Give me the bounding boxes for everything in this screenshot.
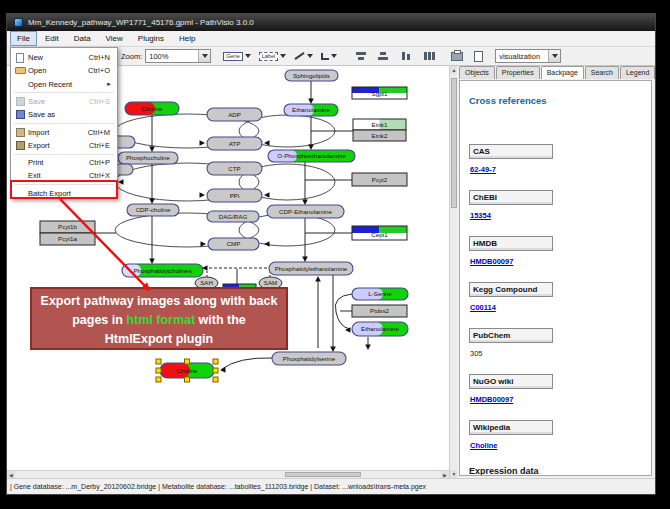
backpage-content: Cross references CAS62-49-7ChEBI15354HMD… (459, 80, 652, 476)
file-menu-item-import[interactable]: ImportCtrl+M (12, 126, 116, 139)
menu-separator (14, 154, 114, 155)
menu-item-label: Export (28, 141, 89, 150)
titlebar[interactable]: Mm_Kennedy_pathway_WP1771_45176.gpml - P… (7, 14, 655, 31)
open-icon (15, 67, 26, 74)
screen: Mm_Kennedy_pathway_WP1771_45176.gpml - P… (0, 0, 670, 509)
tab-legend[interactable]: Legend (620, 66, 655, 79)
status-text: | Gene database: ...m_Derby_20120602.bri… (10, 483, 426, 490)
tab-objects[interactable]: Objects (459, 66, 495, 79)
menu-shortcut: Ctrl+E (89, 141, 110, 150)
label-tool-button[interactable]: Label (257, 48, 288, 64)
annotation-line3: HtmlExport plugin (32, 330, 286, 349)
save-icon (16, 97, 25, 106)
line-tool-button[interactable] (292, 48, 315, 64)
gene-tool-button[interactable]: Gene (221, 48, 252, 64)
menu-item-label: Print (28, 158, 89, 167)
chevron-down-icon (280, 54, 286, 58)
annotation-callout: Export pathway images along with back pa… (30, 287, 288, 350)
gene-node-icon: Gene (223, 52, 242, 61)
file-menu-item-export[interactable]: ExportCtrl+E (12, 139, 116, 152)
tab-search[interactable]: Search (585, 66, 619, 79)
submenu-arrow-icon: ► (106, 81, 112, 87)
menu-item-label: Exit (28, 171, 89, 180)
menubar: FileEditDataViewPluginsHelp (7, 31, 655, 47)
xref-value-hmdb[interactable]: HMDB00097 (470, 257, 643, 266)
menu-shortcut: Ctrl+M (88, 128, 110, 137)
align-center-y-icon (377, 51, 389, 61)
menu-view[interactable]: View (99, 31, 130, 46)
xref-header-wikipedia: Wikipedia (469, 420, 553, 435)
xref-value-kegg-compound[interactable]: C00114 (470, 303, 643, 312)
saveas-icon (16, 110, 25, 119)
export-icon (16, 141, 25, 150)
menu-file[interactable]: File (10, 31, 37, 46)
page-setup-button[interactable] (471, 48, 485, 64)
menu-item-label: Open (28, 66, 88, 75)
xref-value-chebi[interactable]: 15354 (470, 211, 643, 220)
tab-backpage[interactable]: Backpage (541, 66, 584, 79)
menu-shortcut: Ctrl+X (89, 171, 110, 180)
xref-header-pubchem: PubChem (469, 328, 553, 343)
visualization-combo[interactable]: visualization (495, 49, 561, 63)
file-menu-item-exit[interactable]: ExitCtrl+X (12, 169, 116, 182)
file-menu-item-new[interactable]: NewCtrl+N (12, 51, 116, 64)
common-width-button[interactable] (399, 48, 415, 64)
file-menu-item-print[interactable]: PrintCtrl+P (12, 156, 116, 169)
file-menu-item-open-recent[interactable]: Open Recent► (12, 78, 116, 91)
menu-item-label: Save (28, 97, 89, 106)
chevron-down-icon (245, 54, 251, 58)
horizontal-scroll-thumb[interactable] (285, 472, 361, 477)
annotation-line1: Export pathway images along with back (32, 292, 286, 311)
menu-item-label: New (28, 53, 89, 62)
zoom-value: 100% (149, 52, 168, 61)
expression-data-heading: Expression data (469, 466, 643, 476)
connector-tool-button[interactable] (319, 48, 339, 64)
file-menu-item-open[interactable]: OpenCtrl+O (12, 64, 116, 77)
align-center-x-button[interactable] (353, 48, 369, 64)
file-menu-item-batch-export[interactable]: Batch Export (12, 187, 116, 200)
menu-separator (14, 123, 114, 124)
align-center-y-button[interactable] (375, 48, 391, 64)
file-menu-popup: NewCtrl+NOpenCtrl+OOpen Recent►SaveCtrl+… (10, 47, 118, 199)
zoom-combo[interactable]: 100% (145, 49, 211, 63)
tab-properties[interactable]: Properties (496, 66, 540, 79)
page-icon (474, 51, 483, 62)
zoom-combo-arrow[interactable] (198, 50, 210, 62)
common-height-button[interactable] (421, 48, 437, 64)
file-menu-item-save: SaveCtrl+S (12, 95, 116, 108)
annotation-line2: pages in html format with the (32, 311, 286, 330)
new-icon (16, 53, 24, 63)
xref-value-nugo-wiki[interactable]: HMDB00097 (470, 395, 643, 404)
menu-shortcut: Ctrl+N (89, 53, 110, 62)
menu-data[interactable]: Data (67, 31, 98, 46)
chevron-down-icon (331, 54, 337, 58)
print-button[interactable] (449, 48, 465, 64)
annotation-highlight: html format (126, 313, 195, 327)
menu-item-label: Batch Export (28, 189, 116, 198)
menu-item-label: Open Recent (28, 80, 106, 89)
menu-separator (14, 92, 114, 93)
menu-item-label: Save as (28, 110, 116, 119)
xref-header-nugo-wiki: NuGO wiki (469, 374, 553, 389)
canvas-vertical-scrollbar[interactable]: ▲ ▼ (449, 66, 457, 478)
chevron-down-icon (552, 54, 558, 58)
connector-icon (321, 53, 329, 60)
line-icon (295, 52, 305, 60)
file-menu-item-save-as[interactable]: Save as (12, 108, 116, 121)
window-title: Mm_Kennedy_pathway_WP1771_45176.gpml - P… (28, 18, 254, 27)
menu-separator (14, 184, 114, 185)
xref-value-cas[interactable]: 62-49-7 (470, 165, 643, 174)
canvas-horizontal-scrollbar[interactable]: ◀ ▶ (7, 470, 449, 478)
visualization-combo-arrow[interactable] (548, 50, 560, 62)
xref-header-hmdb: HMDB (469, 236, 553, 251)
menu-edit[interactable]: Edit (38, 31, 66, 46)
menu-plugins[interactable]: Plugins (131, 31, 171, 46)
align-center-x-icon (355, 51, 367, 61)
xref-header-chebi: ChEBI (469, 190, 553, 205)
xref-value-wikipedia[interactable]: Choline (470, 441, 643, 450)
menu-shortcut: Ctrl+S (89, 97, 110, 106)
menu-help[interactable]: Help (172, 31, 202, 46)
xref-value-pubchem: 305 (470, 349, 643, 358)
xref-header-cas: CAS (469, 144, 553, 159)
xref-header-kegg-compound: Kegg Compound (469, 282, 553, 297)
